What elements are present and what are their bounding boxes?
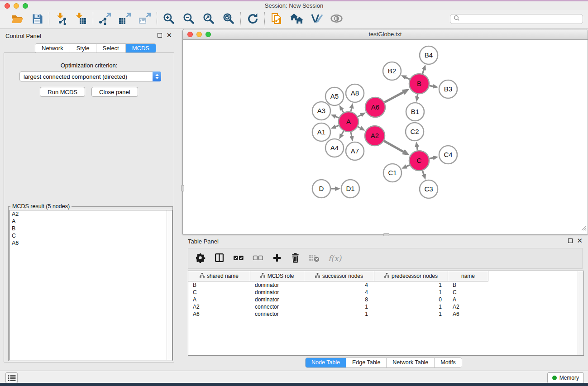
mcds-result-list[interactable]: A2ABCA6 <box>10 210 172 360</box>
graph-node-D1[interactable]: D1 <box>341 180 359 198</box>
optimization-criterion-select[interactable]: largest connected component (directed) <box>19 71 161 81</box>
search-input[interactable] <box>460 15 583 23</box>
table-panel-float-button[interactable] <box>568 238 573 243</box>
graph-node-A5[interactable]: A5 <box>325 87 344 105</box>
graph-node-B1[interactable]: B1 <box>406 103 424 121</box>
memory-button[interactable]: Memory <box>547 372 584 383</box>
graph-node-A6[interactable]: A6 <box>365 97 385 117</box>
settings-button[interactable] <box>195 252 206 265</box>
apply-style-button[interactable] <box>309 12 324 27</box>
graph-node-D[interactable]: D <box>312 180 330 198</box>
graph-node-A7[interactable]: A7 <box>346 142 364 160</box>
graph-node-A1[interactable]: A1 <box>312 123 330 141</box>
network-window-titlebar[interactable]: testGlobe.txt <box>183 29 588 40</box>
add-row-button[interactable] <box>272 252 282 265</box>
graph-edge-C-C2[interactable] <box>417 147 417 151</box>
graph-node-B2[interactable]: B2 <box>383 62 401 80</box>
table-panel-close-button[interactable]: ✕ <box>577 238 583 243</box>
resize-grip-icon[interactable] <box>580 224 587 231</box>
table-row[interactable]: Cdominator41C <box>188 289 583 296</box>
zoom-out-button[interactable] <box>182 12 196 27</box>
close-window-button[interactable] <box>5 3 10 9</box>
tab-edge-table[interactable]: Edge Table <box>346 358 387 367</box>
network-canvas[interactable]: B4B2BB3A5A8A6B1A3AC2A1A2A4A7C4CC1C3DD1 <box>183 40 588 232</box>
search-field[interactable] <box>450 14 583 24</box>
graph-edge-C-C1[interactable] <box>406 165 410 167</box>
refresh-view-button[interactable] <box>245 12 260 27</box>
task-history-button[interactable] <box>5 372 18 383</box>
network-minimize-button[interactable] <box>196 32 202 37</box>
mcds-result-item[interactable]: B <box>10 225 172 232</box>
column-header-predecessor-nodes[interactable]: predecessor nodes <box>374 271 448 281</box>
control-panel-float-button[interactable] <box>158 33 162 38</box>
table-scrollbar[interactable] <box>578 271 583 355</box>
import-network-button[interactable] <box>54 12 68 27</box>
graph-edge-B-B2[interactable] <box>406 77 410 79</box>
close-panel-button[interactable]: Close panel <box>91 87 138 97</box>
graph-node-A8[interactable]: A8 <box>346 84 364 102</box>
table-row[interactable]: A6connector11A6 <box>188 310 583 318</box>
graph-node-C[interactable]: C <box>409 151 429 171</box>
delete-table-button[interactable] <box>309 252 320 265</box>
export-network-button[interactable] <box>98 12 112 27</box>
mcds-result-item[interactable]: A2 <box>10 210 172 218</box>
show-all-views-button[interactable] <box>289 12 304 27</box>
tab-mcds[interactable]: MCDS <box>126 44 156 52</box>
open-file-button[interactable] <box>10 12 24 27</box>
tab-network[interactable]: Network <box>35 44 70 52</box>
zoom-in-button[interactable] <box>162 12 176 27</box>
tab-network-table[interactable]: Network Table <box>387 358 435 367</box>
graph-node-B4[interactable]: B4 <box>420 46 438 64</box>
graph-node-C3[interactable]: C3 <box>420 180 438 198</box>
graph-node-B3[interactable]: B3 <box>439 80 457 98</box>
mcds-result-scrollbar[interactable] <box>167 210 172 360</box>
graph-node-A4[interactable]: A4 <box>325 139 344 157</box>
function-builder-button[interactable]: f(x) <box>328 252 341 265</box>
graph-edge-A-A5[interactable] <box>342 110 344 113</box>
graph-node-C4[interactable]: C4 <box>439 146 457 164</box>
delete-row-button[interactable] <box>291 252 300 265</box>
network-close-button[interactable] <box>187 32 193 37</box>
column-header-MCDS-role[interactable]: MCDS role <box>250 271 304 281</box>
graph-node-B[interactable]: B <box>409 74 429 94</box>
graph-edge-A-A8[interactable] <box>351 108 352 111</box>
graph-edge-A6-B[interactable] <box>384 92 403 102</box>
toggle-visibility-button[interactable] <box>329 12 344 27</box>
graph-edge-B-B3[interactable] <box>430 86 434 86</box>
zoom-fit-button[interactable] <box>201 12 216 27</box>
graph-edge-A-A1[interactable] <box>335 125 339 127</box>
mcds-result-item[interactable]: A <box>10 218 172 225</box>
graph-node-C1[interactable]: C1 <box>383 164 402 182</box>
tab-select[interactable]: Select <box>96 44 126 52</box>
export-image-button[interactable] <box>138 12 152 27</box>
tab-motifs[interactable]: Motifs <box>435 358 461 367</box>
graph-edge-C-C3[interactable] <box>422 171 424 175</box>
graph-edge-B-B4[interactable] <box>422 69 424 74</box>
graph-edge-A-A3[interactable] <box>335 116 339 118</box>
network-zoom-button[interactable] <box>206 32 211 37</box>
new-network-from-selection-button[interactable] <box>269 12 284 27</box>
table-row[interactable]: A2connector11A2 <box>188 303 583 310</box>
import-table-button[interactable] <box>74 12 88 27</box>
minimize-window-button[interactable] <box>14 3 19 9</box>
graph-edge-A-A4[interactable] <box>342 131 344 135</box>
tab-style[interactable]: Style <box>70 44 96 52</box>
table-row[interactable]: Adominator80A <box>188 296 583 303</box>
graph-edge-A-A7[interactable] <box>351 132 352 136</box>
graph-node-C2[interactable]: C2 <box>406 123 424 141</box>
column-header-successor-nodes[interactable]: successor nodes <box>304 271 374 281</box>
control-panel-close-button[interactable]: ✕ <box>166 33 172 38</box>
deselect-all-button[interactable] <box>253 252 263 265</box>
select-all-button[interactable] <box>233 252 244 265</box>
column-header-name[interactable]: name <box>448 271 488 281</box>
graph-node-A3[interactable]: A3 <box>312 102 330 120</box>
mcds-result-item[interactable]: C <box>10 232 172 239</box>
mcds-result-item[interactable]: A6 <box>10 239 172 247</box>
zoom-window-button[interactable] <box>23 3 28 9</box>
save-session-button[interactable] <box>30 12 44 27</box>
graph-edge-A2-C[interactable] <box>384 141 404 152</box>
graph-edge-B-B1[interactable] <box>417 94 418 97</box>
run-mcds-button[interactable]: Run MCDS <box>40 87 85 97</box>
export-table-button[interactable] <box>118 12 132 27</box>
graph-edge-A-A2[interactable] <box>358 127 361 129</box>
